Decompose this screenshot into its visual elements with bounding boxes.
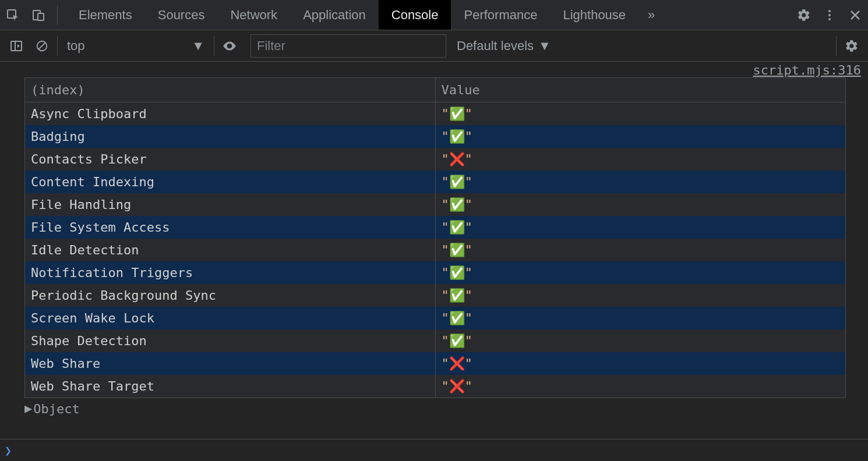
table-row[interactable]: Shape Detection"✅" bbox=[25, 329, 845, 352]
ban-icon bbox=[36, 40, 48, 52]
settings-button[interactable] bbox=[791, 0, 817, 30]
svg-marker-10 bbox=[17, 44, 20, 48]
cell-value: "✅" bbox=[435, 171, 845, 193]
cell-value: "✅" bbox=[435, 284, 845, 307]
close-icon bbox=[849, 9, 861, 21]
filter-input[interactable] bbox=[250, 34, 446, 58]
live-expression-button[interactable] bbox=[217, 30, 242, 61]
chevron-double-right-icon: » bbox=[648, 8, 655, 23]
context-label: top bbox=[67, 38, 85, 54]
tab-label: Elements bbox=[79, 8, 132, 23]
cell-value: "❌" bbox=[435, 375, 845, 398]
cell-index: Shape Detection bbox=[25, 329, 435, 352]
levels-label: Default levels bbox=[457, 38, 534, 54]
toggle-console-sidebar-button[interactable] bbox=[3, 30, 29, 61]
execution-context-selector[interactable]: top ▼ bbox=[60, 35, 211, 57]
eye-icon bbox=[222, 38, 237, 54]
cell-value: "✅" bbox=[435, 125, 845, 148]
table-row[interactable]: Idle Detection"✅" bbox=[25, 239, 845, 261]
prompt-caret-icon: ❯ bbox=[5, 444, 12, 458]
dots-vertical-icon bbox=[823, 8, 837, 22]
table-row[interactable]: Contacts Picker"❌" bbox=[25, 148, 845, 171]
source-file: script.mjs bbox=[753, 63, 830, 77]
table-row[interactable]: Notification Triggers"✅" bbox=[25, 261, 845, 284]
chevron-down-icon: ▼ bbox=[192, 38, 204, 54]
table-row[interactable]: File System Access"✅" bbox=[25, 216, 845, 239]
tab-label: Lighthouse bbox=[563, 8, 626, 23]
cell-value: "✅" bbox=[435, 193, 845, 216]
object-expander[interactable]: ▶ Object bbox=[24, 402, 846, 416]
cell-value: "✅" bbox=[435, 216, 845, 239]
cell-index: Notification Triggers bbox=[25, 261, 435, 284]
kebab-menu-button[interactable] bbox=[817, 0, 842, 30]
cell-value: "✅" bbox=[435, 102, 845, 126]
table-row[interactable]: Content Indexing"✅" bbox=[25, 171, 845, 193]
svg-point-5 bbox=[828, 18, 831, 20]
cell-index: Async Clipboard bbox=[25, 102, 435, 126]
cell-index: File System Access bbox=[25, 216, 435, 239]
svg-point-3 bbox=[828, 10, 831, 12]
panel-tabs: Elements Sources Network Application Con… bbox=[66, 0, 664, 30]
table-row[interactable]: Periodic Background Sync"✅" bbox=[25, 284, 845, 307]
cell-value: "✅" bbox=[435, 261, 845, 284]
cell-index: Badging bbox=[25, 125, 435, 148]
tab-network[interactable]: Network bbox=[217, 0, 290, 30]
cell-index: Screen Wake Lock bbox=[25, 307, 435, 329]
table-row[interactable]: Web Share"❌" bbox=[25, 352, 845, 375]
clear-console-button[interactable] bbox=[29, 30, 55, 61]
tab-sources[interactable]: Sources bbox=[145, 0, 218, 30]
console-toolbar: top ▼ Default levels ▼ bbox=[0, 30, 868, 62]
console-prompt[interactable]: ❯ bbox=[0, 439, 868, 461]
svg-rect-8 bbox=[11, 41, 22, 51]
sidebar-icon bbox=[9, 39, 23, 53]
tab-console[interactable]: Console bbox=[379, 0, 451, 30]
cell-index: Periodic Background Sync bbox=[25, 284, 435, 307]
device-toolbar-icon[interactable] bbox=[26, 0, 51, 30]
more-tabs-button[interactable]: » bbox=[638, 0, 664, 30]
chevron-down-icon: ▼ bbox=[538, 38, 551, 54]
divider bbox=[57, 5, 58, 25]
svg-rect-2 bbox=[38, 13, 44, 20]
svg-line-12 bbox=[39, 42, 45, 49]
inspect-element-icon[interactable] bbox=[0, 0, 26, 30]
cell-index: Idle Detection bbox=[25, 239, 435, 261]
table-row[interactable]: File Handling"✅" bbox=[25, 193, 845, 216]
table-row[interactable]: Async Clipboard"✅" bbox=[25, 102, 845, 126]
cell-index: Web Share Target bbox=[25, 375, 435, 398]
object-label: Object bbox=[33, 402, 79, 416]
cell-index: Content Indexing bbox=[25, 171, 435, 193]
tab-label: Network bbox=[230, 8, 277, 23]
table-row[interactable]: Web Share Target"❌" bbox=[25, 375, 845, 398]
tab-label: Performance bbox=[464, 8, 537, 23]
log-level-selector[interactable]: Default levels ▼ bbox=[457, 38, 551, 54]
tab-lighthouse[interactable]: Lighthouse bbox=[550, 0, 638, 30]
cell-index: Web Share bbox=[25, 352, 435, 375]
triangle-right-icon: ▶ bbox=[24, 401, 32, 416]
tab-label: Application bbox=[303, 8, 366, 23]
svg-point-13 bbox=[228, 44, 231, 47]
console-settings-button[interactable] bbox=[839, 30, 865, 61]
table-header-row: (index) Value bbox=[25, 78, 845, 102]
cell-value: "✅" bbox=[435, 239, 845, 261]
source-link[interactable]: script.mjs:316 bbox=[753, 63, 861, 77]
tab-elements[interactable]: Elements bbox=[66, 0, 145, 30]
col-index[interactable]: (index) bbox=[25, 78, 435, 102]
tab-label: Sources bbox=[158, 8, 205, 23]
console-body: script.mjs:316 (index) Value Async Clipb… bbox=[0, 62, 868, 416]
gear-icon bbox=[797, 8, 811, 22]
console-table: (index) Value Async Clipboard"✅"Badging"… bbox=[24, 77, 846, 398]
gear-icon bbox=[845, 39, 859, 53]
source-line: 316 bbox=[838, 63, 861, 77]
devtools-tabbar: Elements Sources Network Application Con… bbox=[0, 0, 868, 30]
divider bbox=[214, 36, 214, 56]
tab-application[interactable]: Application bbox=[290, 0, 379, 30]
table-row[interactable]: Badging"✅" bbox=[25, 125, 845, 148]
cell-value: "❌" bbox=[435, 352, 845, 375]
col-value[interactable]: Value bbox=[435, 78, 845, 102]
divider bbox=[57, 36, 58, 56]
close-devtools-button[interactable] bbox=[842, 0, 868, 30]
cell-value: "✅" bbox=[435, 329, 845, 352]
message-origin: script.mjs:316 bbox=[0, 62, 868, 77]
table-row[interactable]: Screen Wake Lock"✅" bbox=[25, 307, 845, 329]
tab-performance[interactable]: Performance bbox=[451, 0, 550, 30]
